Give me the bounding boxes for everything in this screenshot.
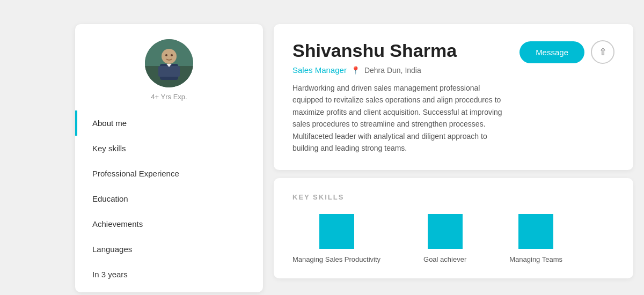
- location-icon: 📍: [351, 66, 360, 75]
- skill-item-3: Managing Teams: [509, 214, 562, 263]
- sidebar-item-contact-me[interactable]: Contact Me: [75, 287, 263, 292]
- skill-label-3: Managing Teams: [509, 255, 562, 263]
- skills-title: KEY SKILLS: [292, 193, 614, 201]
- sidebar: 4+ Yrs Exp. About me Key skills Professi…: [75, 24, 263, 292]
- svg-point-5: [165, 54, 167, 56]
- skill-item-2: Goal achiever: [423, 214, 466, 263]
- skill-bar-2: [428, 214, 463, 249]
- skill-bar-1: [319, 214, 354, 249]
- profile-role: Sales Manager: [292, 65, 347, 75]
- skills-section: KEY SKILLS Managing Sales Productivity G…: [274, 178, 633, 278]
- profile-location: Dehra Dun, India: [364, 66, 421, 75]
- svg-point-6: [171, 54, 173, 56]
- main-content: Shivanshu Sharma Sales Manager 📍 Dehra D…: [263, 0, 644, 295]
- avatar-section: 4+ Yrs Exp.: [145, 24, 193, 110]
- exp-label: 4+ Yrs Exp.: [151, 93, 187, 101]
- skill-label-1: Managing Sales Productivity: [292, 255, 380, 263]
- profile-role-row: Sales Manager 📍 Dehra Dun, India: [292, 65, 509, 75]
- skill-label-2: Goal achiever: [423, 255, 466, 263]
- message-button[interactable]: Message: [519, 41, 584, 63]
- skill-item-1: Managing Sales Productivity: [292, 214, 380, 263]
- share-button[interactable]: ⇧: [591, 40, 614, 64]
- profile-name: Shivanshu Sharma: [292, 40, 509, 61]
- skill-bar-3: [518, 214, 553, 249]
- svg-rect-4: [158, 66, 180, 77]
- profile-actions: Message ⇧: [519, 40, 614, 64]
- sidebar-item-professional-experience[interactable]: Professional Experience: [75, 161, 263, 186]
- sidebar-item-languages[interactable]: Languages: [75, 237, 263, 262]
- avatar: [145, 39, 193, 87]
- sidebar-item-about-me[interactable]: About me: [75, 110, 263, 136]
- sidebar-item-education[interactable]: Education: [75, 186, 263, 211]
- sidebar-item-achievements[interactable]: Achievements: [75, 211, 263, 237]
- svg-point-2: [162, 49, 177, 64]
- sidebar-item-in-3-years[interactable]: In 3 years: [75, 262, 263, 287]
- profile-header: Shivanshu Sharma Sales Manager 📍 Dehra D…: [274, 24, 633, 170]
- skills-grid: Managing Sales Productivity Goal achieve…: [292, 214, 614, 263]
- sidebar-item-key-skills[interactable]: Key skills: [75, 136, 263, 161]
- nav-menu: About me Key skills Professional Experie…: [75, 110, 263, 292]
- profile-info: Shivanshu Sharma Sales Manager 📍 Dehra D…: [292, 40, 509, 154]
- profile-bio: Hardworking and driven sales management …: [292, 82, 509, 154]
- share-icon: ⇧: [599, 46, 607, 58]
